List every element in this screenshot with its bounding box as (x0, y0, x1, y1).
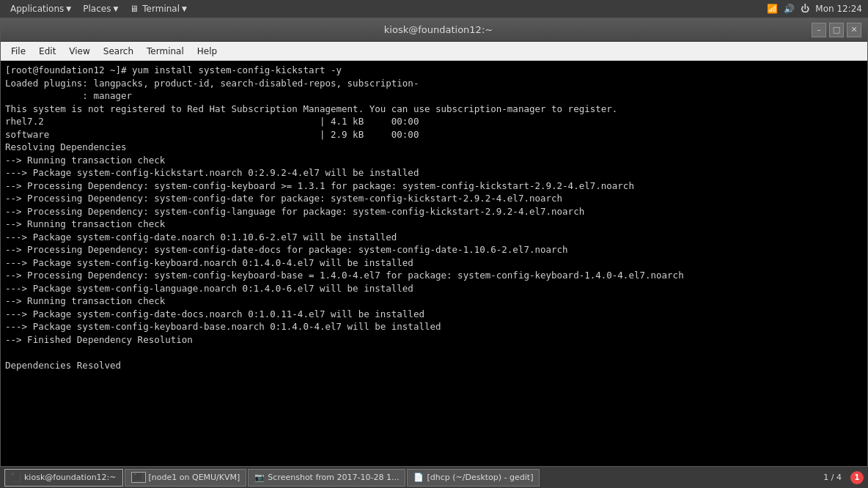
menu-file[interactable]: File (5, 44, 32, 59)
menu-search[interactable]: Search (98, 44, 139, 59)
taskbar-item-gedit[interactable]: 📄 [dhcp (~/Desktop) - gedit] (407, 469, 540, 487)
taskbar-item-screenshot-label: Screenshot from 2017-10-28 1... (268, 473, 399, 482)
system-bar-left: Applications ▼ Places ▼ 🖥 Terminal ▼ (6, 2, 191, 15)
volume-icon: 🔊 (784, 4, 795, 14)
taskbar: ⬛ kiosk@foundation12:~ ⬛ [node1 on QEMU/… (0, 466, 868, 488)
screenshot-taskbar-icon: 📷 (254, 473, 265, 482)
title-bar: kiosk@foundation12:~ – □ ✕ (1, 18, 867, 42)
places-menu[interactable]: Places ▼ (78, 2, 122, 15)
menu-edit[interactable]: Edit (33, 44, 62, 59)
wifi-icon: 📶 (767, 4, 778, 14)
terminal-output: [root@foundation12 ~]# yum install syste… (5, 64, 863, 371)
maximize-button[interactable]: □ (829, 23, 844, 37)
places-label: Places (83, 4, 111, 14)
menu-bar: File Edit View Search Terminal Help (1, 42, 867, 61)
taskbar-item-node-label: [node1 on QEMU/KVM] (149, 473, 240, 482)
node-taskbar-icon: ⬛ (131, 472, 146, 483)
taskbar-item-screenshot[interactable]: 📷 Screenshot from 2017-10-28 1... (248, 469, 405, 487)
terminal-content[interactable]: [root@foundation12 ~]# yum install syste… (1, 61, 867, 487)
notification-badge[interactable]: 1 (850, 471, 864, 484)
title-bar-title: kiosk@foundation12:~ (65, 24, 812, 35)
taskbar-item-terminal-label: kiosk@foundation12:~ (24, 473, 117, 482)
menu-terminal[interactable]: Terminal (141, 44, 190, 59)
close-button[interactable]: ✕ (847, 23, 861, 37)
title-bar-controls: – □ ✕ (812, 23, 861, 37)
applications-arrow: ▼ (66, 5, 71, 12)
taskbar-item-terminal[interactable]: ⬛ kiosk@foundation12:~ (4, 469, 123, 487)
menu-view[interactable]: View (63, 44, 95, 59)
terminal-taskbar-icon: ⬛ (11, 473, 21, 482)
taskbar-item-node[interactable]: ⬛ [node1 on QEMU/KVM] (125, 469, 247, 487)
menu-help[interactable]: Help (191, 44, 223, 59)
system-bar-right: 📶 🔊 ⏻ Mon 12:24 (767, 4, 862, 14)
gedit-taskbar-icon: 📄 (413, 473, 424, 482)
taskbar-items: ⬛ kiosk@foundation12:~ ⬛ [node1 on QEMU/… (4, 469, 540, 487)
applications-label: Applications (10, 4, 64, 14)
taskbar-right: 1 / 4 1 (823, 471, 864, 484)
system-bar: Applications ▼ Places ▼ 🖥 Terminal ▼ 📶 🔊… (0, 0, 868, 18)
page-indicator: 1 / 4 (823, 473, 842, 482)
minimize-button[interactable]: – (812, 23, 826, 37)
power-icon: ⏻ (801, 4, 809, 14)
taskbar-item-gedit-label: [dhcp (~/Desktop) - gedit] (427, 473, 533, 482)
places-arrow: ▼ (113, 5, 118, 12)
terminal-window: kiosk@foundation12:~ – □ ✕ File Edit Vie… (0, 18, 868, 488)
terminal-label: Terminal (142, 4, 180, 14)
terminal-arrow: ▼ (182, 5, 187, 12)
terminal-icon: 🖥 (130, 4, 139, 14)
clock: Mon 12:24 (815, 4, 862, 14)
terminal-menu[interactable]: 🖥 Terminal ▼ (125, 2, 191, 15)
applications-menu[interactable]: Applications ▼ (6, 2, 76, 15)
